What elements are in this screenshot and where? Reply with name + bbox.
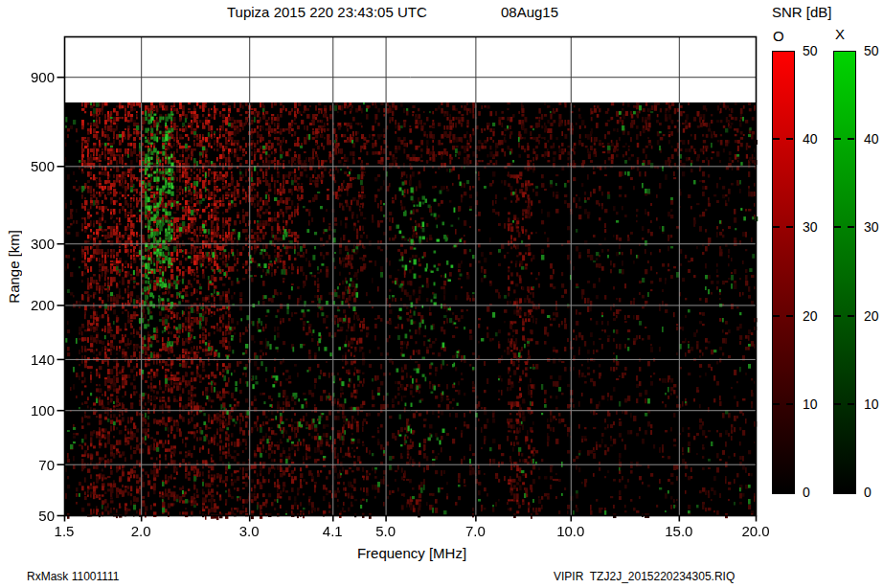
page-title: Tupiza 2015 220 23:43:05 UTC xyxy=(227,4,427,20)
x-tick-label: 5.0 xyxy=(375,523,396,539)
x-mode-colorbar xyxy=(833,51,856,494)
colorbar-tick-dash xyxy=(786,226,793,228)
colorbar-tick-dash xyxy=(834,403,841,405)
x-tick-label: 2.0 xyxy=(131,523,151,539)
colorbar-tick-dash xyxy=(834,138,841,140)
x-colorbar-label: X xyxy=(835,26,845,42)
colorbar-tick-label: 50 xyxy=(803,43,818,58)
x-tick-label: 1.5 xyxy=(55,523,75,539)
colorbar-tick-label: 40 xyxy=(803,131,818,147)
colorbar-tick-dash xyxy=(773,226,780,228)
ionogram-plot xyxy=(53,25,765,525)
colorbar-tick-label: 30 xyxy=(864,219,879,235)
y-tick-label: 500 xyxy=(14,158,55,174)
colorbar-tick-dash xyxy=(834,315,841,317)
x-axis-title: Frequency [MHz] xyxy=(357,545,466,561)
x-tick-label: 15.0 xyxy=(665,523,692,539)
o-mode-colorbar xyxy=(772,51,795,494)
colorbar-tick-dash xyxy=(786,403,793,405)
y-tick-label: 70 xyxy=(14,456,55,472)
x-tick-label: 20.0 xyxy=(741,523,769,539)
colorbar-tick-dash xyxy=(773,315,780,317)
colorbar-title: SNR [dB] xyxy=(772,4,832,20)
x-tick-label: 7.0 xyxy=(465,523,486,539)
colorbar-tick-dash xyxy=(848,138,854,140)
colorbar-tick-label: 50 xyxy=(864,43,879,58)
colorbar-tick-dash xyxy=(786,315,793,317)
ionogram-window: Tupiza 2015 220 23:43:05 UTC 08Aug15 SNR… xyxy=(0,0,883,588)
colorbar-tick-dash xyxy=(786,138,793,140)
rxmask-annotation: RxMask 11001111 xyxy=(27,570,120,583)
x-tick-label: 3.0 xyxy=(239,523,260,539)
colorbar-tick-dash xyxy=(773,403,780,405)
colorbar-tick-dash xyxy=(848,403,854,405)
page-title-date: 08Aug15 xyxy=(501,4,558,20)
colorbar-tick-label: 0 xyxy=(803,485,810,500)
colorbar-tick-label: 20 xyxy=(803,308,818,324)
colorbar-tick-dash xyxy=(773,138,780,140)
colorbar-tick-label: 10 xyxy=(864,396,879,412)
y-tick-label: 50 xyxy=(14,508,55,524)
y-tick-label: 300 xyxy=(14,236,55,252)
y-tick-label: 200 xyxy=(14,297,55,313)
x-tick-label: 4.1 xyxy=(323,523,343,539)
colorbar-tick-dash xyxy=(848,226,854,228)
colorbar-tick-label: 20 xyxy=(864,308,879,324)
colorbar-tick-label: 30 xyxy=(803,219,818,235)
colorbar-tick-dash xyxy=(834,226,841,228)
colorbar-tick-label: 40 xyxy=(864,131,879,147)
x-tick-label: 10.0 xyxy=(556,523,584,539)
colorbar-tick-label: 0 xyxy=(864,485,872,500)
y-tick-label: 100 xyxy=(14,402,55,418)
y-tick-label: 140 xyxy=(14,351,55,367)
filename-annotation: VIPIR TZJ2J_2015220234305.RIQ xyxy=(554,570,735,583)
colorbar-tick-label: 10 xyxy=(803,396,818,412)
y-tick-label: 900 xyxy=(14,69,55,85)
o-colorbar-label: O xyxy=(773,28,784,44)
colorbar-tick-dash xyxy=(848,315,854,317)
